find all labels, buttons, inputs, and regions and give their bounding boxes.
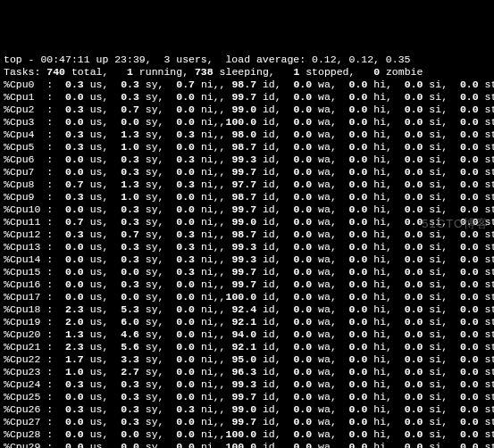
terminal-output[interactable]: top - 00:47:11 up 23:39, 3 users, load a… <box>4 54 490 448</box>
